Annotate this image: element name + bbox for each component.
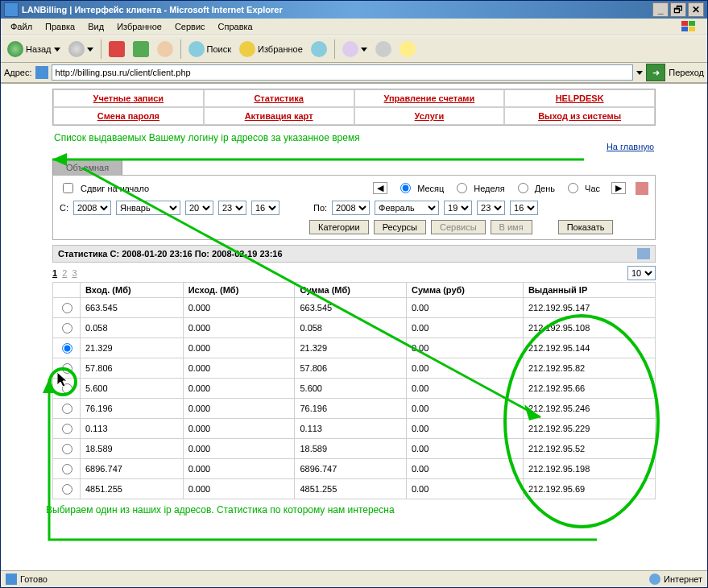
menu-help[interactable]: Справка: [212, 20, 259, 33]
cell-in: 5.600: [81, 379, 184, 399]
back-icon: [7, 41, 23, 57]
row-radio[interactable]: [62, 484, 72, 495]
nav-logout[interactable]: Выход из системы: [538, 111, 621, 121]
row-radio[interactable]: [62, 464, 72, 474]
stop-button[interactable]: [106, 39, 128, 59]
go-button[interactable]: ➜: [646, 64, 665, 81]
row-radio[interactable]: [62, 303, 72, 313]
row-radio[interactable]: [62, 424, 72, 434]
label-month: Месяц: [417, 184, 444, 193]
home-link[interactable]: На главную: [607, 142, 654, 151]
back-button[interactable]: Назад: [4, 39, 64, 59]
svg-rect-1: [689, 21, 695, 26]
row-radio[interactable]: [62, 404, 72, 414]
cell-sum-mb: 0.113: [295, 419, 406, 439]
cell-out: 0.000: [183, 419, 295, 439]
nav-password[interactable]: Смена пароля: [97, 111, 159, 121]
mail-button[interactable]: [339, 39, 371, 59]
btn-categories[interactable]: Категории: [309, 220, 369, 234]
to-hour[interactable]: 23: [477, 201, 505, 215]
row-radio[interactable]: [62, 323, 72, 333]
cell-sum-rub: 0.00: [406, 318, 523, 338]
table-row: 21.3290.00021.3290.00212.192.95.144: [53, 338, 656, 358]
from-month[interactable]: Январь: [116, 201, 180, 215]
radio-day[interactable]: [518, 183, 528, 193]
to-day[interactable]: 19: [444, 201, 472, 215]
cell-out: 0.000: [183, 379, 295, 399]
row-radio[interactable]: [62, 444, 72, 454]
btn-resources[interactable]: Ресурсы: [374, 220, 426, 234]
edit-button[interactable]: [396, 39, 419, 59]
refresh-button[interactable]: [130, 39, 152, 59]
from-day[interactable]: 20: [185, 201, 213, 215]
window-title: LANBilling | Интерфейс клиента - Microso…: [22, 5, 283, 14]
slider-prev-icon[interactable]: ◀: [373, 182, 387, 194]
forward-button[interactable]: [65, 39, 97, 59]
stats-table: Вход. (Мб) Исход. (Мб) Сумма (Мб) Сумма …: [52, 282, 656, 499]
menu-view[interactable]: Вид: [81, 20, 110, 33]
nav-stats[interactable]: Статистика: [254, 93, 304, 103]
dropdown-icon[interactable]: [636, 71, 643, 75]
row-radio[interactable]: [62, 343, 72, 354]
cell-out: 0.000: [183, 338, 295, 358]
radio-week[interactable]: [457, 183, 467, 193]
slider-next-icon[interactable]: ▶: [611, 182, 626, 194]
go-label: Переход: [669, 68, 704, 77]
col-sum-mb: Сумма (Мб): [295, 283, 406, 298]
minimize-button[interactable]: _: [652, 2, 669, 17]
nav-cards[interactable]: Активация карт: [245, 111, 313, 121]
address-input[interactable]: [52, 64, 634, 81]
separator: [101, 39, 101, 59]
menu-file[interactable]: Файл: [4, 20, 39, 33]
menu-favorites[interactable]: Избранное: [110, 20, 168, 33]
browser-window: LANBilling | Интерфейс клиента - Microso…: [0, 0, 708, 588]
page-size[interactable]: 10: [627, 266, 656, 280]
close-button[interactable]: ✕: [688, 2, 704, 17]
row-radio[interactable]: [62, 363, 72, 374]
from-hour[interactable]: 23: [218, 201, 246, 215]
menu-edit[interactable]: Правка: [39, 20, 81, 33]
favorites-button[interactable]: Избранное: [236, 39, 306, 59]
row-radio[interactable]: [62, 383, 72, 394]
cell-ip: 212.192.95.229: [523, 419, 655, 439]
to-year[interactable]: 2008: [332, 201, 370, 215]
nav-billing[interactable]: Управление счетами: [384, 93, 475, 103]
history-button[interactable]: [308, 39, 330, 59]
shift-checkbox[interactable]: [63, 183, 73, 193]
nav-accounts[interactable]: Учетные записи: [93, 93, 164, 103]
title-bar: LANBilling | Интерфейс клиента - Microso…: [1, 1, 707, 19]
table-row: 0.1130.0000.1130.00212.192.95.229: [53, 419, 656, 439]
annotation-bottom: Выбираем один из наших ip адресов. Стати…: [46, 504, 707, 516]
page-2[interactable]: 2: [62, 268, 67, 278]
cell-out: 0.000: [183, 439, 295, 459]
from-label: С:: [60, 203, 68, 213]
favorites-label: Избранное: [258, 44, 303, 54]
radio-month[interactable]: [400, 183, 411, 193]
calendar-icon[interactable]: [636, 182, 648, 195]
home-button[interactable]: [154, 39, 176, 59]
from-year[interactable]: 2008: [73, 201, 111, 215]
print-button[interactable]: [372, 39, 395, 59]
nav-helpdesk[interactable]: HELPDESK: [556, 93, 604, 103]
page-3[interactable]: 3: [72, 268, 77, 278]
star-icon: [239, 41, 255, 57]
history-icon: [311, 41, 327, 57]
zone-label: Интернет: [664, 574, 702, 584]
filter-panel: Сдвиг на начало ◀ Месяц Неделя День Час …: [52, 175, 656, 240]
menu-service[interactable]: Сервис: [168, 20, 212, 33]
search-button[interactable]: Поиск: [185, 39, 234, 59]
nav-services[interactable]: Услуги: [415, 111, 445, 121]
cell-sum-rub: 0.00: [406, 419, 523, 439]
radio-hour[interactable]: [568, 183, 578, 193]
page-1[interactable]: 1: [52, 268, 57, 278]
btn-show[interactable]: Показать: [558, 220, 614, 234]
stop-icon: [109, 41, 125, 57]
dropdown-icon: [87, 48, 93, 52]
tab-volume[interactable]: Объемная: [52, 159, 122, 175]
to-month[interactable]: Февраль: [375, 201, 439, 215]
from-min[interactable]: 16: [251, 201, 279, 215]
to-min[interactable]: 16: [510, 201, 538, 215]
print-icon[interactable]: [637, 248, 650, 259]
restore-button[interactable]: 🗗: [670, 2, 686, 17]
cell-sum-mb: 76.196: [295, 399, 406, 419]
